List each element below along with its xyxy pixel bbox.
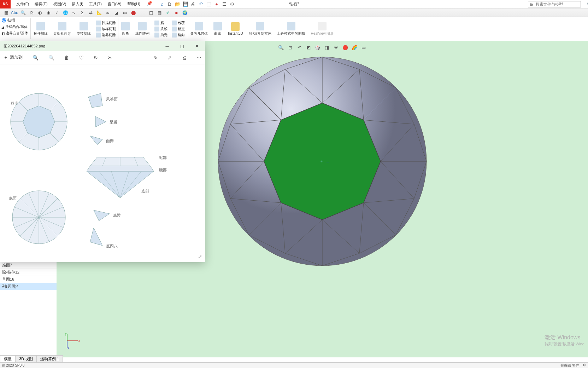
diamond-3d-model[interactable]: + ↔ (216, 55, 428, 268)
mirror-button[interactable]: 镜向 (171, 32, 186, 38)
zoom-out-icon[interactable]: 🔍 (48, 55, 54, 61)
zoom-area-icon[interactable]: ⊡ (287, 44, 294, 51)
edit-icon[interactable]: ✎ (153, 55, 158, 61)
annotate-icon[interactable]: Abc (11, 10, 18, 16)
maximize-button[interactable]: ◻ (175, 42, 189, 50)
tree-item[interactable]: 准面7 (0, 262, 57, 269)
deviation-icon[interactable]: 📐 (96, 10, 102, 16)
fillet-button[interactable]: 圆角 (118, 21, 133, 37)
ribbon-scan[interactable]: 🌀扫描 (0, 17, 30, 24)
ribbon-boundary[interactable]: ◧边界凸台/基体 (0, 30, 30, 36)
display-style-icon[interactable]: ◨ (323, 44, 330, 51)
photos-titlebar[interactable]: 图20220412144852.png ─ ◻ ✕ (0, 41, 205, 51)
delete-icon[interactable]: 🗑 (64, 55, 69, 61)
boundary-cut-button[interactable]: 边界切除 (95, 32, 117, 38)
scene-icon[interactable]: 🌈 (351, 44, 358, 51)
viewport-icon[interactable]: ▭ (360, 44, 367, 51)
menu-window[interactable]: 窗口(W) (105, 1, 124, 7)
search-icon[interactable]: 🔍 (586, 2, 588, 7)
undo-icon[interactable]: ↶ (198, 1, 204, 7)
linear-pattern-button[interactable]: 线性阵列 (133, 21, 152, 37)
crop-icon[interactable]: ✂ (108, 55, 112, 61)
open-icon[interactable]: 📂 (175, 1, 181, 7)
options-icon[interactable]: ☰ (222, 1, 227, 7)
eval-icon[interactable]: ◉ (45, 10, 52, 16)
extrude-cut-button[interactable]: 拉伸切除 (31, 21, 51, 37)
check-icon[interactable]: ✓ (54, 10, 60, 16)
search-input[interactable] (534, 2, 586, 6)
search-box[interactable]: 🗁 🔍 (528, 1, 581, 7)
menu-help[interactable]: 帮助(H) (125, 1, 142, 7)
save-icon[interactable]: 💾 (183, 1, 188, 7)
alert-icon[interactable]: ⬤ (130, 10, 136, 16)
realview-button[interactable]: RealView 图形 (308, 21, 337, 37)
tab-motion[interactable]: 运动算例 1 (36, 355, 63, 362)
rotate-icon[interactable]: ↻ (94, 55, 98, 61)
thickness-icon[interactable]: ▭ (122, 10, 128, 16)
zebra-icon[interactable]: ≋ (105, 10, 111, 16)
tree-item[interactable]: 列(圆周)4 (0, 283, 57, 290)
rebuild-icon[interactable]: ● (214, 1, 219, 7)
menu-insert[interactable]: 插入(I) (70, 1, 85, 7)
print-icon[interactable]: 🖨 (182, 55, 187, 61)
section-icon[interactable]: ◐ (37, 10, 43, 16)
intersect-button[interactable]: 相交 (171, 26, 186, 32)
tab-3dview[interactable]: 3D 视图 (15, 355, 37, 362)
feature-tree[interactable]: 准面7 除-拉伸12 草图16 列(圆周)4 (0, 262, 57, 290)
tab-model[interactable]: 模型 (0, 355, 16, 362)
curve-button[interactable]: 曲线 (211, 21, 225, 37)
curve-icon[interactable]: ∿ (71, 10, 77, 16)
shell-button[interactable]: 抽壳 (154, 32, 168, 38)
photos-app-window[interactable]: 图20220412144852.png ─ ◻ ✕ ＋添加到 🔍 🔍 🗑 ♡ ↻… (0, 41, 205, 262)
world-icon[interactable]: 🌍 (182, 10, 188, 16)
print-icon[interactable]: 🖨 (190, 1, 196, 7)
cancel-icon[interactable]: ■ (173, 10, 180, 16)
add-to-button[interactable]: ＋添加到 (4, 54, 23, 61)
close-button[interactable]: ✕ (190, 42, 204, 50)
share-icon[interactable]: ↗ (167, 55, 172, 61)
measure-icon[interactable]: 🔍 (20, 10, 26, 16)
tree-item[interactable]: 草图16 (0, 276, 57, 283)
more-icon[interactable]: ⋯ (196, 55, 201, 61)
custom-icon[interactable]: ⚙ (583, 363, 586, 368)
tree-item[interactable]: 除-拉伸12 (0, 269, 57, 276)
menu-edit[interactable]: 编辑(E) (33, 1, 50, 7)
zoom-in-icon[interactable]: 🔍 (33, 55, 39, 61)
compare-icon[interactable]: ⇄ (88, 10, 94, 16)
wrap-button[interactable]: 包覆 (171, 20, 186, 26)
home-icon[interactable]: ⌂ (159, 1, 165, 7)
revolve-cut-button[interactable]: 旋转切除 (74, 21, 94, 37)
draft-icon[interactable]: ◢ (113, 10, 119, 16)
assembly-icon[interactable]: ◫ (148, 10, 154, 16)
shadow-button[interactable]: 上色模式中的阴影 (274, 21, 308, 37)
section-view-icon[interactable]: ◩ (305, 44, 312, 51)
rib-button[interactable]: 筋 (154, 20, 168, 26)
ribbon-loft[interactable]: ◢放样凸台/基体 (0, 24, 30, 30)
photos-image-area[interactable]: 台面 风筝面 星瓣 面瓣 冠部 腰部 底部 (0, 64, 205, 262)
draft-button[interactable]: 拔模 (154, 26, 168, 32)
ref-geometry-button[interactable]: 参考几何体 (187, 21, 211, 37)
resize-handle-icon[interactable]: ⤢ (198, 254, 202, 259)
ok-icon[interactable]: ✔ (165, 10, 171, 16)
menu-view[interactable]: 视图(V) (51, 1, 69, 7)
select-icon[interactable]: ⬚ (206, 1, 212, 7)
render-icon[interactable]: ▦ (156, 10, 163, 16)
favorite-icon[interactable]: ♡ (79, 55, 84, 61)
instant3d-button[interactable]: Instant3D (225, 17, 246, 41)
minimize-button[interactable]: ─ (160, 42, 174, 50)
menu-file[interactable]: 文件(F) (14, 1, 31, 7)
previous-view-icon[interactable]: ↶ (296, 44, 303, 51)
pin-icon[interactable]: 📌 (144, 1, 155, 7)
move-copy-button[interactable]: 移动/复制实体 (246, 21, 274, 37)
scan-cut-button[interactable]: 扫描切除 (95, 20, 117, 26)
hole-wizard-button[interactable]: 异型孔向导 (51, 21, 74, 37)
appearance-icon[interactable]: 🔴 (342, 44, 349, 51)
hide-show-icon[interactable]: 👁 (333, 44, 340, 51)
new-icon[interactable]: 🗋 (167, 1, 173, 7)
zoom-fit-icon[interactable]: 🔍 (277, 44, 284, 51)
balance-icon[interactable]: ⚖ (28, 10, 35, 16)
settings-icon[interactable]: ⚙ (229, 1, 235, 7)
tool-icon[interactable]: ▦ (3, 10, 9, 16)
loft-cut-button[interactable]: 放样切割 (95, 26, 117, 32)
globe-icon[interactable]: 🌐 (62, 10, 69, 16)
